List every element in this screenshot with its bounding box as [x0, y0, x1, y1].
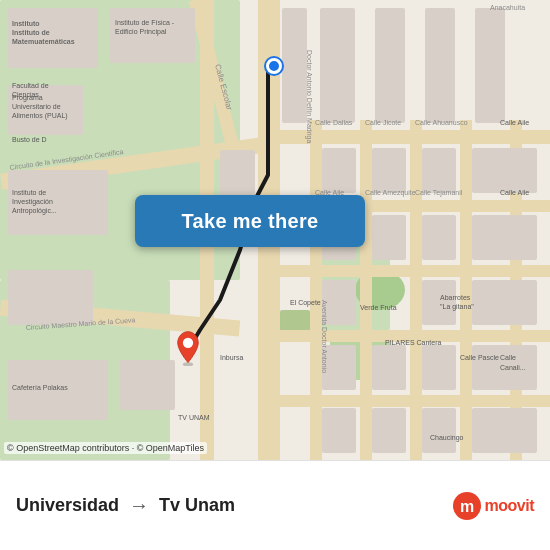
svg-rect-16 [310, 120, 322, 460]
moovit-brand-name: moovit [485, 497, 534, 515]
svg-text:Calle Aile: Calle Aile [500, 119, 529, 126]
svg-text:Abarrotes: Abarrotes [440, 294, 471, 301]
svg-rect-48 [422, 345, 456, 390]
svg-rect-17 [360, 120, 372, 460]
svg-rect-33 [425, 8, 455, 123]
origin-marker [266, 58, 282, 74]
svg-text:Ciencias: Ciencias [12, 91, 39, 98]
route-info: Universidad → Tv Unam m moovit [16, 492, 534, 520]
route-to: Tv Unam [159, 495, 235, 516]
route-labels: Universidad → Tv Unam [16, 494, 453, 517]
svg-text:Busto de D: Busto de D [12, 136, 47, 143]
svg-text:Calle Pascle: Calle Pascle [460, 354, 499, 361]
svg-text:Calle Aile: Calle Aile [500, 189, 529, 196]
svg-text:Calle: Calle [500, 354, 516, 361]
svg-rect-34 [475, 8, 505, 123]
svg-text:Calle Amezquite: Calle Amezquite [365, 189, 416, 197]
take-me-there-label: Take me there [182, 210, 319, 233]
svg-rect-32 [375, 8, 405, 123]
svg-rect-36 [372, 148, 406, 193]
svg-rect-19 [460, 120, 472, 460]
svg-text:Chaucingo: Chaucingo [430, 434, 464, 442]
svg-text:Avenida Doctor Antonio: Avenida Doctor Antonio [321, 300, 328, 373]
svg-text:Matemuatemáticas: Matemuatemáticas [12, 38, 75, 45]
svg-rect-52 [422, 408, 456, 453]
svg-rect-45 [472, 280, 537, 325]
svg-text:Verde Fruta: Verde Fruta [360, 304, 397, 311]
svg-rect-42 [472, 215, 537, 260]
svg-rect-40 [372, 215, 406, 260]
svg-text:Calle Ahuanusco: Calle Ahuanusco [415, 119, 468, 126]
svg-text:m: m [459, 498, 473, 515]
svg-text:Calle Jicote: Calle Jicote [365, 119, 401, 126]
svg-text:El Copete: El Copete [290, 299, 321, 307]
svg-text:Facultad de: Facultad de [12, 82, 49, 89]
svg-rect-13 [258, 265, 550, 277]
svg-rect-31 [320, 8, 355, 123]
svg-text:Instituto de Física -: Instituto de Física - [115, 19, 175, 26]
svg-text:Investigación: Investigación [12, 198, 53, 206]
svg-rect-11 [258, 130, 550, 144]
svg-text:Alimentos (PUAL): Alimentos (PUAL) [12, 112, 68, 120]
svg-text:Cafetería Polakas: Cafetería Polakas [12, 384, 68, 391]
svg-text:Inbursa: Inbursa [220, 354, 243, 361]
svg-text:Antropológic...: Antropológic... [12, 207, 57, 215]
svg-rect-38 [472, 148, 537, 193]
svg-rect-30 [282, 8, 307, 123]
svg-rect-51 [372, 408, 406, 453]
svg-rect-50 [322, 408, 356, 453]
moovit-icon: m [453, 492, 481, 520]
svg-point-95 [183, 338, 193, 348]
svg-rect-35 [322, 148, 356, 193]
take-me-there-button[interactable]: Take me there [135, 195, 365, 247]
svg-text:Instituto de: Instituto de [12, 29, 50, 36]
svg-text:PILARES Cantera: PILARES Cantera [385, 339, 442, 346]
svg-text:Canali...: Canali... [500, 364, 526, 371]
destination-marker [175, 330, 201, 366]
svg-text:Doctor Antonio Delfín Madriga: Doctor Antonio Delfín Madriga [305, 50, 313, 143]
route-arrow: → [129, 494, 149, 517]
svg-text:Edificio Principal: Edificio Principal [115, 28, 167, 36]
svg-rect-23 [110, 8, 195, 63]
svg-text:TV UNAM: TV UNAM [178, 414, 210, 421]
svg-rect-53 [472, 408, 537, 453]
map-container: Calle Escolar Doctor Antonio Delfín Madr… [0, 0, 550, 460]
route-from: Universidad [16, 495, 119, 516]
svg-rect-37 [422, 148, 456, 193]
svg-text:"La gitana": "La gitana" [440, 303, 474, 311]
svg-text:Instituto: Instituto [12, 20, 40, 27]
svg-rect-29 [220, 150, 255, 200]
map-attribution: © OpenStreetMap contributors · © OpenMap… [4, 442, 207, 454]
svg-rect-41 [422, 215, 456, 260]
svg-rect-47 [372, 345, 406, 390]
svg-text:Calle Tejamanil: Calle Tejamanil [415, 189, 463, 197]
svg-text:Calle Dallas: Calle Dallas [315, 119, 353, 126]
svg-text:Instituto de: Instituto de [12, 189, 46, 196]
svg-text:Universitario de: Universitario de [12, 103, 61, 110]
svg-rect-18 [410, 120, 422, 460]
svg-rect-15 [258, 395, 550, 407]
moovit-logo: m moovit [453, 492, 534, 520]
svg-text:Anacahuita: Anacahuita [490, 4, 525, 11]
svg-rect-28 [120, 360, 175, 410]
bottom-bar: Universidad → Tv Unam m moovit [0, 460, 550, 550]
svg-rect-26 [8, 270, 93, 325]
